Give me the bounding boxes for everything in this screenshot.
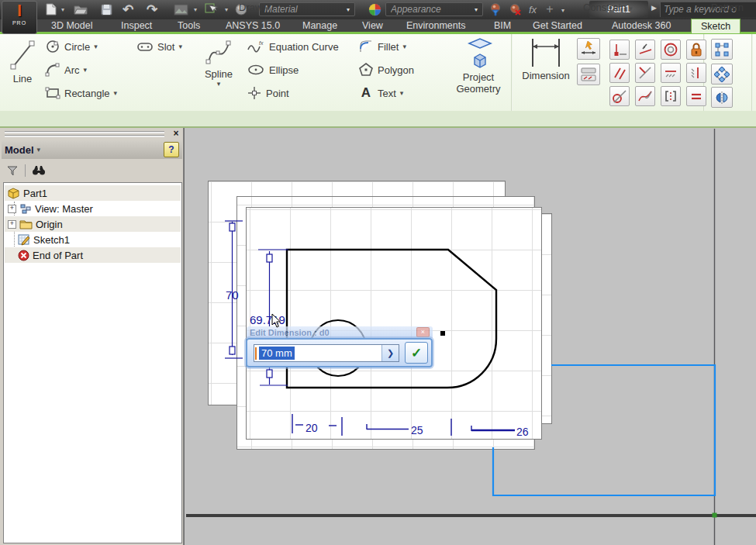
save-button[interactable] [98, 2, 115, 17]
ellipse-tool-button[interactable]: Ellipse [247, 60, 299, 79]
collinear-constraint-button[interactable] [635, 40, 655, 60]
polygon-icon [358, 62, 374, 78]
application-menu-button[interactable]: I PRO [2, 1, 37, 34]
parameters-button[interactable]: fx [525, 2, 540, 17]
browser-header[interactable]: Model ▾ ? [2, 140, 182, 159]
draw-panel-label[interactable]: Draw ▾ [239, 2, 269, 13]
parallel-constraint-button[interactable] [609, 63, 630, 83]
tree-item-label: End of Part [33, 250, 83, 261]
line-tool-button[interactable]: Line [3, 36, 42, 85]
tab-manage[interactable]: Manage [302, 19, 337, 32]
material-combobox[interactable]: Material ▾ [259, 2, 355, 16]
point-tool-button[interactable]: Point [247, 84, 289, 102]
smooth-constraint-button[interactable] [635, 86, 655, 106]
tab-3d-model[interactable]: 3D Model [51, 19, 93, 32]
add-qat-button[interactable]: + [542, 2, 558, 17]
dimension-accept-button[interactable]: ✓ [405, 342, 428, 364]
document-tab-scroll-icon[interactable]: ▶ [651, 4, 657, 12]
tab-autodesk-360[interactable]: Autodesk 360 [612, 19, 671, 32]
render-caret-icon[interactable]: ▾ [194, 6, 197, 13]
show-constraints-button[interactable] [577, 64, 600, 85]
adjust-button[interactable] [487, 2, 504, 17]
undo-icon: ↶ [123, 2, 133, 18]
qat-overflow-caret-icon[interactable]: ▾ [561, 7, 564, 14]
symmetric-constraint-button[interactable] [661, 86, 681, 106]
search-binoculars-icon[interactable] [32, 165, 46, 176]
constrain-panel-label[interactable]: Constrain ▾ [583, 2, 633, 13]
mirror-icon [714, 90, 730, 105]
fillet-tool-button[interactable]: Fillet ▾ [358, 37, 406, 56]
mirror-button[interactable] [711, 87, 733, 108]
inventor-logo-icon: I [2, 2, 36, 20]
undo-button[interactable]: ↶ [119, 2, 137, 17]
ellipse-icon [247, 63, 265, 77]
equal-constraint-button[interactable] [686, 86, 706, 106]
browser-close-button[interactable]: × [171, 128, 181, 139]
expand-icon[interactable]: + [8, 220, 16, 229]
browser-drag-handle[interactable] [5, 131, 164, 137]
project-geometry-button[interactable]: Project Geometry [447, 36, 510, 95]
dimension-button[interactable]: Dimension [515, 36, 577, 81]
coincident-constraint-button[interactable] [609, 40, 630, 60]
open-button[interactable] [71, 2, 90, 17]
tree-item-sketch1[interactable]: Sketch1 [5, 232, 181, 247]
browser-tree: Part1 + View: Master + Origin Sketch1 En… [3, 182, 182, 543]
view-rep-icon [19, 203, 32, 215]
vertical-constraint-button[interactable] [686, 63, 706, 83]
text-tool-button[interactable]: A Text ▾ [358, 84, 403, 102]
tab-bim[interactable]: BIM [494, 19, 511, 32]
edit-dimension-close-button[interactable]: × [416, 327, 430, 337]
tangent-constraint-button[interactable] [609, 86, 630, 106]
tab-environments[interactable]: Environments [406, 19, 465, 32]
tree-item-end-of-part[interactable]: End of Part [5, 247, 181, 263]
dimension-value-input[interactable]: 70 mm ❯ [254, 344, 399, 362]
select-caret-icon[interactable]: ▾ [225, 6, 228, 13]
appearance-combobox[interactable]: Appearance ▾ [385, 2, 483, 16]
spline-tool-button[interactable]: Spline ▾ [197, 36, 240, 88]
circular-pattern-button[interactable] [711, 64, 733, 85]
edit-dimension-titlebar[interactable]: Edit Dimension : d0 × [247, 326, 433, 338]
new-file-caret-icon[interactable]: ▾ [61, 6, 64, 13]
tab-inspect[interactable]: Inspect [121, 19, 152, 32]
equation-curve-tool-button[interactable]: fx Equation Curve [247, 37, 339, 56]
equal-icon [689, 88, 704, 104]
arc-tool-button[interactable]: Arc ▾ [45, 60, 87, 79]
collinear-icon [637, 42, 653, 57]
perpendicular-constraint-button[interactable] [635, 63, 655, 83]
new-file-button[interactable] [43, 2, 59, 17]
rectangle-tool-button[interactable]: Rectangle ▾ [45, 84, 117, 102]
tab-get-started[interactable]: Get Started [533, 19, 582, 32]
redo-button[interactable]: ↷ [143, 2, 161, 17]
select-button[interactable] [202, 2, 222, 17]
slot-tool-button[interactable]: Slot ▾ [136, 37, 182, 56]
equation-curve-icon: fx [247, 39, 265, 54]
dimension-input-flyout-button[interactable]: ❯ [381, 345, 399, 361]
clear-override-button[interactable] [506, 2, 523, 17]
tree-item-label: Sketch1 [33, 234, 70, 246]
rectangular-pattern-button[interactable] [711, 39, 733, 60]
tree-item-part1[interactable]: Part1 [5, 185, 181, 201]
tab-ansys[interactable]: ANSYS 15.0 [226, 19, 280, 32]
tab-view[interactable]: View [362, 19, 383, 32]
slot-label: Slot [157, 41, 174, 53]
tab-sketch-active[interactable]: Sketch [691, 19, 740, 33]
render-button[interactable] [171, 2, 191, 17]
vertical-icon [689, 65, 704, 81]
help-icon[interactable]: ? [164, 142, 179, 157]
concentric-constraint-button[interactable] [661, 40, 681, 60]
appearance-wheel-button[interactable] [366, 2, 383, 17]
tab-tools[interactable]: Tools [178, 19, 200, 32]
fix-constraint-button[interactable] [686, 40, 706, 60]
lock-icon [689, 42, 704, 57]
horizontal-constraint-button[interactable] [661, 63, 681, 83]
logo-pro-label: PRO [2, 20, 36, 26]
polygon-tool-button[interactable]: Polygon [358, 60, 414, 79]
tree-item-origin[interactable]: + Origin [5, 216, 181, 232]
filter-icon[interactable] [6, 164, 19, 177]
text-label: Text [378, 88, 396, 99]
auto-dimension-button[interactable] [577, 38, 600, 60]
slot-caret-icon: ▾ [178, 43, 182, 50]
tree-item-view-master[interactable]: + View: Master [5, 201, 181, 216]
expand-icon[interactable]: + [8, 205, 16, 213]
circle-tool-button[interactable]: Circle ▾ [45, 37, 98, 56]
